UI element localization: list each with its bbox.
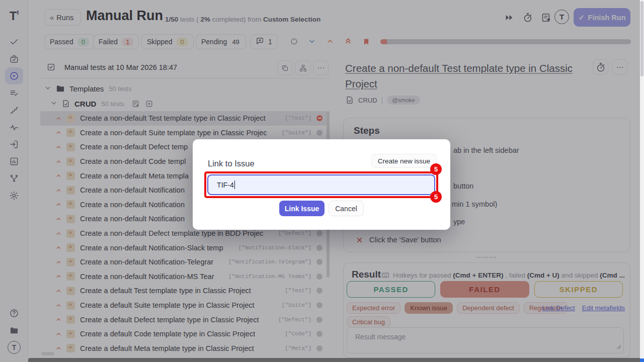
link-issue-button[interactable]: Link Issue [279, 201, 325, 216]
annotation-badge: 5 [430, 191, 442, 203]
cancel-button[interactable]: Cancel [329, 201, 364, 216]
browser-scrollbar[interactable] [640, 0, 644, 362]
link-to-issue-dialog: Link to Issue Create new issue TIF-4 5 5… [193, 139, 450, 230]
issue-id-value: TIF-4 [217, 181, 234, 189]
text-caret [234, 180, 235, 189]
dialog-title: Link to Issue [208, 159, 255, 168]
scrollbar-corner [640, 358, 644, 362]
issue-id-input[interactable]: TIF-4 [207, 174, 435, 195]
scrollbar-thumb[interactable] [640, 1, 643, 76]
annotation-badge: 5 [430, 163, 442, 175]
create-new-issue-button[interactable]: Create new issue [371, 154, 437, 168]
